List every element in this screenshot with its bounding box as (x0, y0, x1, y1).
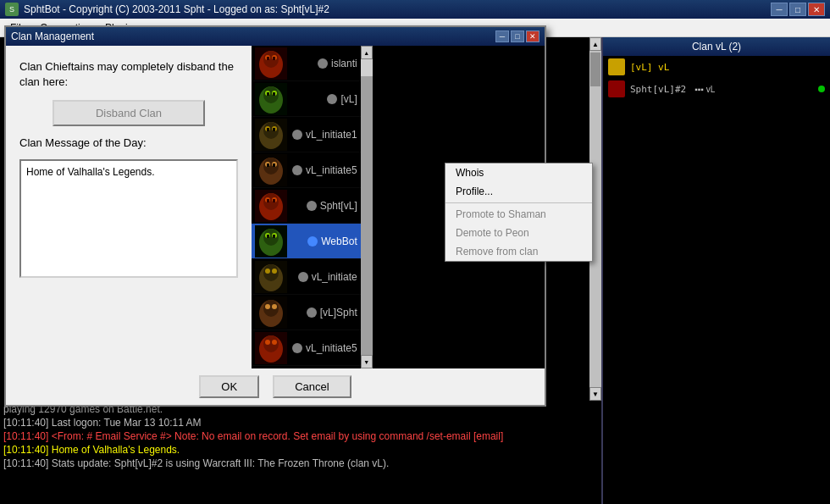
right-username-1: [vL] vL (630, 62, 669, 73)
chat-input[interactable] (0, 485, 601, 504)
dialog-scrollbar[interactable]: ▲ ▼ (361, 46, 373, 368)
scroll-up-button[interactable]: ▲ (589, 37, 601, 51)
dialog-title-buttons: ─ □ ✕ (495, 30, 540, 42)
app-icon-letter: S (9, 5, 14, 14)
avatar-vl (255, 83, 287, 115)
svg-point-23 (263, 158, 279, 174)
ok-button[interactable]: OK (199, 375, 259, 398)
svg-point-54 (263, 335, 279, 352)
dialog-title-bar: Clan Management ─ □ ✕ (6, 27, 545, 46)
chat-input-bar (0, 485, 601, 504)
context-menu-demote: Demote to Peon (445, 224, 592, 242)
maximize-button[interactable]: □ (789, 3, 806, 16)
ping-initiate-a (298, 272, 308, 282)
svg-rect-19 (267, 128, 269, 131)
avatar-img-vl (255, 83, 287, 115)
dialog-minimize-button[interactable]: ─ (495, 30, 509, 42)
svg-rect-6 (273, 57, 275, 60)
ping-vl (327, 94, 337, 104)
context-menu-profile[interactable]: Profile... (445, 182, 592, 201)
svg-point-16 (263, 122, 279, 139)
app-icon: S (5, 3, 19, 16)
dialog-scroll-up[interactable]: ▲ (361, 46, 373, 59)
svg-rect-33 (267, 199, 269, 202)
username-vlspht: [vL]Spht (320, 307, 357, 318)
motd-textarea[interactable] (19, 159, 238, 278)
avatar-webbot (255, 225, 287, 258)
svg-point-37 (263, 229, 279, 246)
chieftains-text: Clan Chieftains may completely disband t… (19, 59, 238, 90)
dialog-user-spht[interactable]: Spht[vL] (252, 188, 361, 224)
dialog-title-text: Clan Management (11, 30, 94, 42)
dialog-maximize-button[interactable]: □ (511, 30, 524, 42)
context-menu-whois[interactable]: Whois (445, 163, 592, 182)
svg-rect-40 (267, 235, 269, 238)
right-user-item-2[interactable]: Spht[vL]#2 ▪▪▪ vL (603, 78, 830, 100)
ping-vlspht (307, 307, 317, 318)
avatar-img-initiate-a (255, 261, 287, 293)
minimize-button[interactable]: ─ (771, 3, 788, 16)
avatar-islanti (255, 47, 287, 80)
dialog-user-initiate1[interactable]: vL_initiate1 (252, 117, 361, 152)
cancel-button[interactable]: Cancel (273, 375, 351, 398)
dialog-user-initiate5b[interactable]: vL_initiate5 (252, 330, 361, 366)
scroll-thumb[interactable] (590, 53, 600, 86)
svg-point-56 (272, 340, 277, 345)
chat-line-4: [10:11:40] Home of Valhalla's Legends. (3, 443, 598, 457)
username-initiate-a: vL_initiate (312, 271, 357, 283)
svg-point-9 (263, 86, 279, 103)
dialog-close-button[interactable]: ✕ (526, 30, 540, 42)
avatar-initiate5 (255, 154, 287, 186)
username-initiate5: vL_initiate5 (306, 164, 357, 176)
right-username-2: Spht[vL]#2 (630, 84, 686, 95)
svg-point-46 (272, 269, 277, 274)
username-initiate1: vL_initiate1 (306, 129, 357, 141)
svg-point-45 (265, 269, 270, 274)
dialog-button-row: OK Cancel (6, 368, 545, 405)
svg-rect-12 (267, 92, 269, 96)
username-vl: [vL] (340, 93, 357, 105)
username-webbot: WebBot (321, 235, 357, 247)
dialog-user-islanti[interactable]: islanti (252, 46, 361, 81)
context-menu: Whois Profile... Promote to Shaman Demot… (445, 163, 593, 262)
dialog-user-vl[interactable]: [vL] (252, 81, 361, 117)
svg-point-49 (263, 300, 279, 317)
avatar-img-initiate5b (255, 332, 287, 364)
disband-clan-button[interactable]: Disband Clan (53, 100, 205, 126)
svg-rect-34 (273, 199, 275, 202)
right-avatar-2 (608, 80, 625, 97)
ping-webbot (307, 236, 318, 246)
right-avatar-1 (608, 58, 625, 75)
svg-rect-27 (273, 163, 275, 167)
dialog-user-webbot[interactable]: WebBot (252, 224, 361, 259)
scroll-down-button[interactable]: ▼ (589, 387, 601, 401)
dialog-scroll-thumb[interactable] (361, 59, 373, 76)
window-title: SphtBot - Copyright (C) 2003-2011 Spht -… (24, 3, 329, 15)
ping-initiate5 (292, 165, 302, 175)
dialog-scroll-down[interactable]: ▼ (361, 355, 373, 368)
right-user-item-1[interactable]: [vL] vL (603, 56, 830, 78)
avatar-img-webbot (255, 225, 287, 258)
chat-line-5: [10:11:40] Stats update: Spht[vL]#2 is u… (3, 457, 598, 470)
username-initiate5b: vL_initiate5 (306, 342, 357, 354)
username-spht: Spht[vL] (320, 200, 357, 212)
svg-point-2 (263, 51, 279, 68)
avatar-img-spht (255, 190, 287, 222)
dialog-user-initiate-a[interactable]: vL_initiate (252, 259, 361, 295)
dialog-user-vlspht[interactable]: [vL]Spht (252, 295, 361, 330)
close-button[interactable]: ✕ (808, 3, 825, 16)
title-bar: S SphtBot - Copyright (C) 2003-2011 Spht… (0, 0, 830, 19)
dialog-left: Clan Chieftains may completely disband t… (6, 46, 252, 368)
svg-point-55 (265, 340, 270, 345)
chat-line-3: [10:11:40] <From: # Email Service #> Not… (3, 429, 598, 443)
chat-messages: playing 12970 games on Battle.net. [10:1… (0, 401, 601, 485)
chat-line-2: [10:11:40] Last logon: Tue Mar 13 10:11 … (3, 416, 598, 429)
title-bar-buttons: ─ □ ✕ (771, 3, 825, 16)
avatar-spht (255, 190, 287, 222)
dialog-scroll-track (361, 76, 373, 355)
avatar-img-initiate1 (255, 119, 287, 151)
svg-rect-26 (267, 163, 269, 167)
dialog-user-list: islanti (252, 46, 361, 368)
context-menu-remove: Remove from clan (445, 242, 592, 261)
dialog-user-initiate5[interactable]: vL_initiate5 (252, 152, 361, 188)
